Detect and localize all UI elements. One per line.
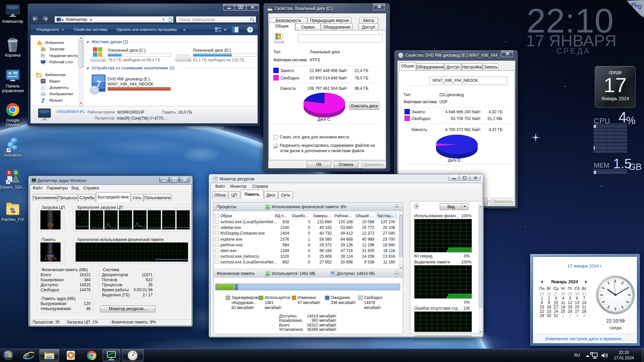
svg-text:D: D: [14, 170, 17, 175]
svg-text:?: ?: [249, 27, 252, 32]
svg-text:S: S: [8, 170, 10, 175]
